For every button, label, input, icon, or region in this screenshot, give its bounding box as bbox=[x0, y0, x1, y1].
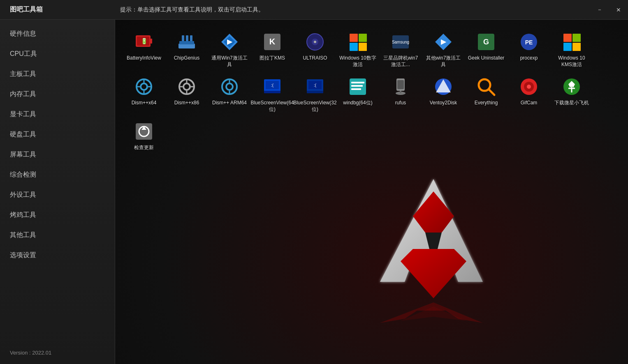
tool-item-bsod32[interactable]: :(BlueScreenView(32位) bbox=[294, 73, 336, 116]
tool-icon-weixin bbox=[561, 76, 582, 97]
svg-rect-27 bbox=[359, 43, 367, 51]
tool-item-batteryinfo[interactable]: 🔋BatteryInfoView bbox=[123, 28, 165, 71]
tool-icon-bsod64: :( bbox=[262, 76, 283, 97]
tool-icon-win10kms bbox=[561, 31, 582, 53]
svg-text::(: :( bbox=[271, 83, 274, 88]
tool-label-gifcam: GifCam bbox=[521, 100, 538, 106]
svg-text:K: K bbox=[269, 37, 276, 46]
svg-text:G: G bbox=[483, 38, 489, 46]
sidebar-item-stress[interactable]: 烤鸡工具 bbox=[0, 205, 115, 225]
tool-item-windbg[interactable]: windbg(64位) bbox=[337, 73, 378, 116]
tool-item-geek[interactable]: GGeek Uninstaller bbox=[466, 28, 507, 71]
tool-item-update[interactable]: 检查更新 bbox=[123, 117, 165, 154]
sidebar-item-disk[interactable]: 硬盘工具 bbox=[0, 124, 115, 145]
tool-icon-dismx86 bbox=[176, 76, 197, 97]
tool-item-bsod64[interactable]: :(BlueScreenView(64位) bbox=[252, 73, 293, 116]
tool-label-update: 检查更新 bbox=[134, 145, 154, 151]
tool-item-win7kms[interactable]: ▶通用Win7激活工具 bbox=[209, 28, 250, 71]
svg-text:Samsung: Samsung bbox=[392, 40, 409, 44]
sidebar-item-gpu[interactable]: 显卡工具 bbox=[0, 104, 115, 124]
tool-icon-samsung: Samsung bbox=[390, 31, 411, 53]
svg-rect-57 bbox=[264, 91, 280, 93]
tool-item-rufus[interactable]: rufus bbox=[380, 73, 421, 116]
svg-text::(: :( bbox=[314, 83, 317, 88]
tool-label-bsod64: BlueScreenView(64位) bbox=[250, 100, 294, 113]
tool-item-win7other[interactable]: ▶其他win7激活工具 bbox=[423, 28, 464, 71]
svg-rect-61 bbox=[307, 91, 323, 93]
svg-rect-38 bbox=[563, 43, 572, 51]
svg-rect-14 bbox=[190, 35, 192, 41]
sidebar-item-settings[interactable]: 选项设置 bbox=[0, 245, 115, 265]
tool-item-ultraiso[interactable]: ULTRAISO bbox=[294, 28, 336, 71]
svg-rect-66 bbox=[351, 85, 363, 87]
sidebar-items: 硬件信息CPU工具主板工具内存工具显卡工具硬盘工具屏幕工具综合检测外设工具烤鸡工… bbox=[0, 24, 115, 265]
main-layout: 硬件信息CPU工具主板工具内存工具显卡工具硬盘工具屏幕工具综合检测外设工具烤鸡工… bbox=[0, 20, 628, 364]
tool-icon-procexp: PE bbox=[518, 31, 540, 53]
svg-rect-11 bbox=[179, 41, 194, 44]
tool-label-rufus: rufus bbox=[395, 100, 406, 106]
sidebar-item-peripheral[interactable]: 外设工具 bbox=[0, 185, 115, 205]
tool-label-ventoy: Ventoy2Disk bbox=[430, 100, 457, 106]
sidebar-item-memory[interactable]: 内存工具 bbox=[0, 84, 115, 104]
sidebar-item-hardware[interactable]: 硬件信息 bbox=[0, 24, 115, 44]
tool-icon-win7other: ▶ bbox=[433, 31, 454, 53]
tool-item-win10[interactable]: Windows 10数字激活 bbox=[337, 28, 378, 71]
version-label: Version : 2022.01 bbox=[0, 343, 115, 364]
tool-item-dism_arm[interactable]: Dism++ ARM64 bbox=[209, 73, 250, 116]
tool-item-dismx64[interactable]: Dism++x64 bbox=[123, 73, 165, 116]
svg-line-75 bbox=[489, 89, 494, 95]
tool-label-dismx86: Dism++x86 bbox=[174, 100, 199, 106]
tool-icon-bsod32: :( bbox=[304, 76, 326, 97]
tool-label-win10: Windows 10数字激活 bbox=[339, 55, 377, 68]
tool-item-kms[interactable]: K图拉丁KMS bbox=[252, 28, 293, 71]
svg-rect-13 bbox=[186, 35, 188, 41]
tool-icon-rufus bbox=[390, 76, 411, 97]
minimize-button[interactable]: － bbox=[590, 0, 609, 20]
tool-icon-chipgenius bbox=[176, 31, 197, 53]
svg-point-78 bbox=[527, 85, 531, 89]
tool-label-win7other: 其他win7激活工具 bbox=[424, 55, 462, 68]
svg-point-41 bbox=[141, 83, 147, 90]
svg-point-22 bbox=[314, 41, 316, 43]
svg-point-53 bbox=[226, 83, 233, 90]
app-name: 图吧工具箱 bbox=[0, 5, 115, 14]
close-button[interactable]: ✕ bbox=[609, 0, 628, 20]
tools-grid: 🔋BatteryInfoViewChipGenius▶通用Win7激活工具K图拉… bbox=[119, 24, 624, 159]
svg-rect-83 bbox=[136, 123, 152, 140]
tool-item-gifcam[interactable]: GifCam bbox=[508, 73, 549, 116]
tool-label-everything: Everything bbox=[475, 100, 498, 106]
svg-rect-24 bbox=[350, 34, 358, 42]
svg-rect-39 bbox=[572, 43, 581, 51]
tool-icon-dismx64 bbox=[133, 76, 155, 97]
tool-item-ventoy[interactable]: Ventoy2Disk bbox=[423, 73, 464, 116]
sidebar-item-motherboard[interactable]: 主板工具 bbox=[0, 64, 115, 84]
tool-item-samsung[interactable]: Samsung三星品牌机win7激活工... bbox=[380, 28, 421, 71]
tool-label-bsod32: BlueScreenView(32位) bbox=[293, 100, 336, 113]
window-controls: － ✕ bbox=[590, 0, 628, 19]
tool-label-weixin: 下载微星小飞机 bbox=[554, 100, 589, 106]
tool-label-samsung: 三星品牌机win7激活工... bbox=[382, 55, 419, 68]
tool-item-dismx86[interactable]: Dism++x86 bbox=[166, 73, 207, 116]
tool-icon-geek: G bbox=[475, 31, 497, 53]
tool-item-weixin[interactable]: 下载微星小飞机 bbox=[551, 73, 592, 116]
tool-item-everything[interactable]: Everything bbox=[466, 73, 507, 116]
sidebar-item-cpu[interactable]: CPU工具 bbox=[0, 44, 115, 64]
tool-icon-ultraiso bbox=[304, 31, 326, 53]
sidebar-item-check[interactable]: 综合检测 bbox=[0, 165, 115, 185]
tool-item-win10kms[interactable]: Windows 10 KMS激活 bbox=[551, 28, 592, 71]
tool-icon-batteryinfo: 🔋 bbox=[133, 31, 155, 53]
tool-item-procexp[interactable]: PEprocexp bbox=[508, 28, 549, 71]
tool-icon-win7kms: ▶ bbox=[219, 31, 240, 53]
tool-icon-win10 bbox=[347, 31, 368, 53]
svg-rect-37 bbox=[572, 34, 581, 42]
sidebar-item-other[interactable]: 其他工具 bbox=[0, 225, 115, 245]
content-area: 🔋BatteryInfoViewChipGenius▶通用Win7激活工具K图拉… bbox=[115, 20, 628, 364]
sidebar-item-screen[interactable]: 屏幕工具 bbox=[0, 145, 115, 165]
svg-rect-36 bbox=[563, 34, 572, 42]
tool-icon-ventoy bbox=[433, 76, 454, 97]
tool-icon-update bbox=[133, 121, 155, 142]
svg-text:▶: ▶ bbox=[227, 38, 233, 45]
tool-item-chipgenius[interactable]: ChipGenius bbox=[166, 28, 207, 71]
rog-logo bbox=[331, 167, 536, 331]
tool-label-win7kms: 通用Win7激活工具 bbox=[211, 55, 248, 68]
